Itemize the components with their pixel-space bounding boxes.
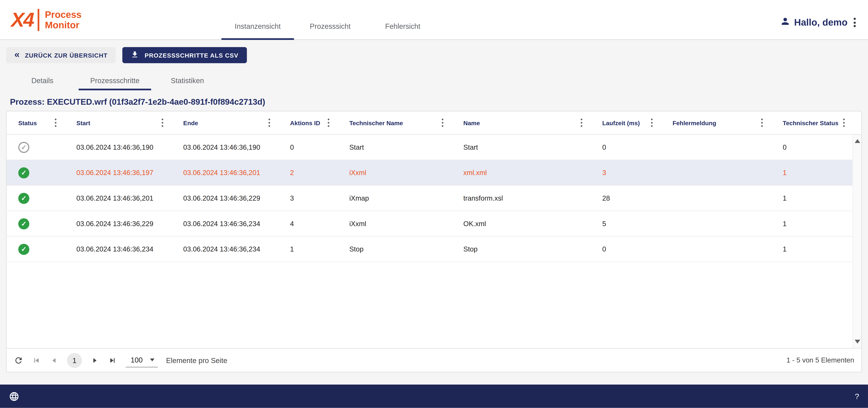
tab-statistiken[interactable]: Statistiken	[151, 72, 224, 89]
main-nav: Instanzensicht Prozesssicht Fehlersicht	[221, 0, 439, 39]
row-laufzeit: 3	[602, 169, 673, 176]
row-technischer-name: iXxml	[349, 220, 463, 227]
table-header-row: Status Start Ende Aktions ID Technischer…	[7, 111, 861, 135]
double-chevron-left-icon: «	[14, 50, 20, 59]
app-footer: ?	[0, 385, 868, 408]
row-technischer-name: Stop	[349, 245, 463, 253]
table-row[interactable]: 03.06.2024 13:46:36,234 03.06.2024 13:46…	[7, 237, 852, 262]
help-link[interactable]: ?	[855, 392, 859, 401]
page-size-value: 100	[131, 356, 146, 364]
table-body: 03.06.2024 13:46:36,190 03.06.2024 13:46…	[7, 135, 861, 348]
tab-fehlersicht[interactable]: Fehlersicht	[366, 0, 439, 39]
row-start: 03.06.2024 13:46:36,234	[76, 245, 183, 253]
page-size-dropdown[interactable]: 100	[126, 353, 158, 367]
row-technischer-status: 0	[783, 143, 852, 151]
tab-instanzensicht[interactable]: Instanzensicht	[221, 0, 294, 39]
user-area: Hallo, demo	[780, 0, 858, 39]
tab-prozesssicht[interactable]: Prozesssicht	[294, 0, 367, 39]
person-icon	[780, 16, 790, 29]
column-menu-kebab-icon[interactable]	[52, 116, 59, 129]
table-row[interactable]: 03.06.2024 13:46:36,190 03.06.2024 13:46…	[7, 135, 852, 160]
column-menu-kebab-icon[interactable]	[439, 116, 445, 129]
pagination-bar: 1 100 Elemente pro Seite 1 - 5 von 5 Ele…	[7, 348, 861, 372]
row-laufzeit: 5	[602, 220, 673, 227]
first-page-icon[interactable]	[32, 355, 41, 365]
column-menu-kebab-icon[interactable]	[159, 116, 165, 129]
scroll-up-arrow-icon[interactable]	[854, 139, 860, 143]
app-logo: X4 Process Monitor	[11, 0, 82, 39]
row-start: 03.06.2024 13:46:36,190	[76, 143, 183, 151]
tab-prozessschritte[interactable]: Prozessschritte	[79, 72, 151, 89]
row-technischer-status: 1	[783, 169, 852, 176]
tab-label: Instanzensicht	[235, 22, 281, 30]
row-status-cell	[7, 142, 76, 153]
globe-icon[interactable]	[9, 391, 20, 402]
row-status-cell	[7, 193, 76, 204]
row-status-cell	[7, 243, 76, 255]
csv-button-label: PROZESSSCHRITTE ALS CSV	[145, 52, 239, 58]
tab-label: Prozessschritte	[90, 77, 140, 85]
column-header-laufzeit: Laufzeit (ms)	[602, 111, 673, 134]
app-header: X4 Process Monitor Instanzensicht Prozes…	[0, 0, 868, 40]
column-menu-kebab-icon[interactable]	[840, 116, 847, 129]
chevron-down-icon	[150, 358, 155, 361]
table-row[interactable]: 03.06.2024 13:46:36,201 03.06.2024 13:46…	[7, 186, 852, 211]
tab-details[interactable]: Details	[6, 72, 79, 89]
user-menu-kebab-icon[interactable]	[851, 16, 858, 29]
next-page-icon[interactable]	[90, 355, 99, 365]
row-laufzeit: 0	[602, 143, 673, 151]
column-header-aktions-id: Aktions ID	[290, 111, 349, 134]
process-title: Prozess: EXECUTED.wrf (01f3a2f7-1e2b-4ae…	[10, 97, 265, 106]
row-aktions-id: 0	[290, 143, 349, 151]
row-ende: 03.06.2024 13:46:36,234	[183, 220, 290, 227]
tab-label: Prozesssicht	[310, 22, 351, 30]
row-technischer-status: 1	[783, 194, 852, 202]
tab-label: Details	[31, 77, 53, 85]
tab-label: Fehlersicht	[385, 22, 420, 30]
app-name: Process Monitor	[45, 9, 82, 30]
row-aktions-id: 1	[290, 245, 349, 253]
row-laufzeit: 28	[602, 194, 673, 202]
row-status-cell	[7, 167, 76, 178]
column-header-fehlermeldung: Fehlermeldung	[673, 111, 783, 134]
last-page-icon[interactable]	[108, 355, 117, 365]
previous-page-icon[interactable]	[49, 355, 59, 365]
items-per-page-label: Elemente pro Seite	[166, 356, 227, 364]
table-row[interactable]: 03.06.2024 13:46:36,229 03.06.2024 13:46…	[7, 211, 852, 237]
export-csv-button[interactable]: PROZESSSCHRITTE ALS CSV	[123, 47, 247, 63]
column-menu-kebab-icon[interactable]	[325, 116, 332, 129]
column-menu-kebab-icon[interactable]	[266, 116, 272, 129]
column-header-technischer-status: Technischer Status	[783, 111, 852, 134]
back-to-overview-button[interactable]: « ZURÜCK ZUR ÜBERSICHT	[6, 47, 116, 63]
row-technischer-status: 1	[783, 245, 852, 253]
row-aktions-id: 3	[290, 194, 349, 202]
process-steps-table: Status Start Ende Aktions ID Technischer…	[6, 111, 862, 372]
current-page-button[interactable]: 1	[67, 353, 82, 368]
column-menu-kebab-icon[interactable]	[649, 116, 655, 129]
refresh-icon[interactable]	[14, 355, 23, 365]
table-row-selected[interactable]: 03.06.2024 13:46:36,197 03.06.2024 13:46…	[7, 160, 852, 186]
process-monitor-app: X4 Process Monitor Instanzensicht Prozes…	[0, 0, 868, 408]
row-start: 03.06.2024 13:46:36,197	[76, 169, 183, 176]
row-status-cell	[7, 218, 76, 229]
x4-logo-mark: X4	[11, 8, 33, 31]
row-technischer-name: iXxml	[349, 169, 463, 176]
status-check-circle-green-icon	[18, 243, 29, 255]
column-header-technischer-name: Technischer Name	[349, 111, 463, 134]
column-menu-kebab-icon[interactable]	[759, 116, 765, 129]
pagination-range-label: 1 - 5 von 5 Elementen	[786, 356, 854, 364]
toolbar: « ZURÜCK ZUR ÜBERSICHT PROZESSSCHRITTE A…	[6, 47, 247, 63]
row-name: Stop	[463, 245, 602, 253]
row-technischer-name: iXmap	[349, 194, 463, 202]
vertical-scrollbar[interactable]	[852, 135, 861, 348]
download-icon	[131, 50, 139, 60]
row-start: 03.06.2024 13:46:36,229	[76, 220, 183, 227]
column-menu-kebab-icon[interactable]	[578, 116, 584, 129]
logo-divider	[38, 9, 39, 31]
column-header-status: Status	[7, 111, 76, 134]
scroll-down-arrow-icon[interactable]	[854, 340, 860, 344]
back-button-label: ZURÜCK ZUR ÜBERSICHT	[25, 52, 107, 58]
status-check-circle-green-icon	[18, 167, 29, 178]
row-name: xml.xml	[463, 169, 602, 176]
app-name-line1: Process	[45, 9, 82, 20]
